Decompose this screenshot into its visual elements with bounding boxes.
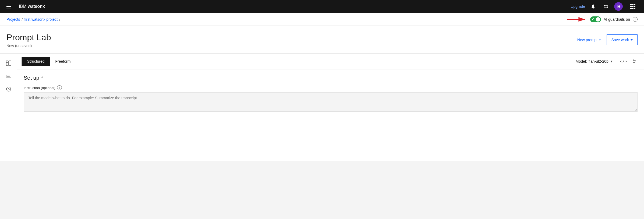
code-view-button[interactable]: </> bbox=[617, 58, 629, 65]
svg-point-11 bbox=[633, 60, 634, 61]
guardrails-toggle[interactable]: ✓ bbox=[590, 16, 601, 22]
collapse-icon[interactable]: ^ bbox=[41, 76, 43, 80]
toggle-check: ✓ bbox=[592, 17, 594, 21]
logo-prefix: IBM bbox=[19, 4, 28, 9]
setup-title: Set up bbox=[24, 75, 39, 81]
svg-point-8 bbox=[9, 76, 10, 77]
setup-section: Set up ^ Instruction (optional) i bbox=[17, 69, 644, 118]
avatar[interactable]: IH bbox=[614, 2, 623, 11]
breadcrumb-sep-1: / bbox=[22, 17, 23, 22]
breadcrumb-bar: Projects / first watsonx project / ✓ AI … bbox=[0, 13, 644, 26]
code-icon: </> bbox=[620, 59, 627, 63]
red-arrow bbox=[566, 16, 588, 23]
guardrails-label: AI guardrails on bbox=[604, 17, 630, 22]
page-subtitle: New (unsaved) bbox=[6, 44, 51, 48]
model-chevron-icon: ▼ bbox=[610, 60, 613, 63]
bell-icon bbox=[590, 4, 596, 9]
page-title: Prompt Lab bbox=[6, 32, 51, 43]
breadcrumb-projects[interactable]: Projects bbox=[6, 17, 20, 22]
tab-freeform[interactable]: Freeform bbox=[50, 57, 76, 66]
save-work-button[interactable]: Save work bbox=[607, 34, 638, 45]
page-header: Prompt Lab New (unsaved) New prompt + Sa… bbox=[0, 26, 644, 54]
svg-point-13 bbox=[635, 62, 636, 63]
instruction-textarea[interactable] bbox=[24, 92, 638, 112]
svg-point-6 bbox=[7, 76, 8, 77]
svg-rect-2 bbox=[6, 61, 8, 66]
apps-button[interactable] bbox=[626, 0, 640, 13]
logo-brand: watsonx bbox=[28, 4, 45, 9]
breadcrumb-sep-2: / bbox=[59, 17, 60, 22]
guardrails-info-icon[interactable]: i bbox=[633, 17, 638, 22]
new-prompt-button[interactable]: New prompt + bbox=[574, 35, 604, 44]
toggle-thumb bbox=[596, 17, 600, 22]
breadcrumb-project-name[interactable]: first watsonx project bbox=[24, 17, 58, 22]
save-work-chevron-icon bbox=[631, 39, 633, 41]
toggle-track[interactable]: ✓ bbox=[590, 16, 601, 22]
app-logo: IBM watsonx bbox=[19, 4, 45, 9]
svg-rect-3 bbox=[9, 61, 11, 66]
page-title-area: Prompt Lab New (unsaved) bbox=[6, 32, 51, 48]
notification-button[interactable] bbox=[588, 2, 598, 11]
new-prompt-label: New prompt bbox=[577, 38, 597, 42]
top-navigation: IBM watsonx Upgrade IH bbox=[0, 0, 644, 13]
sidebar-variables-icon-btn[interactable] bbox=[3, 71, 14, 82]
history-icon bbox=[6, 86, 12, 92]
toolbar-row: Structured Freeform Model: flan-ul2-20b … bbox=[17, 54, 644, 69]
menu-button[interactable] bbox=[4, 1, 13, 12]
panel-icon bbox=[6, 60, 12, 66]
svg-point-7 bbox=[8, 76, 9, 77]
prompt-area: Structured Freeform Model: flan-ul2-20b … bbox=[17, 54, 644, 161]
main-content: Structured Freeform Model: flan-ul2-20b … bbox=[0, 54, 644, 161]
tab-group: Structured Freeform bbox=[22, 57, 76, 66]
setup-header: Set up ^ bbox=[24, 75, 638, 81]
instruction-label: Instruction (optional) i bbox=[24, 85, 638, 90]
new-prompt-plus-icon: + bbox=[599, 37, 601, 42]
sliders-icon bbox=[632, 59, 637, 64]
guardrails-area: ✓ AI guardrails on i bbox=[566, 16, 638, 23]
side-icons bbox=[0, 54, 17, 161]
model-selector[interactable]: Model: flan-ul2-20b ▼ bbox=[576, 59, 613, 63]
transfer-icon bbox=[603, 4, 609, 9]
instruction-info-icon[interactable]: i bbox=[57, 85, 62, 90]
instruction-label-text: Instruction (optional) bbox=[24, 86, 55, 90]
sidebar-structured-icon-btn[interactable] bbox=[3, 58, 14, 69]
variables-icon bbox=[6, 73, 12, 79]
apps-grid-icon bbox=[628, 2, 638, 11]
tab-structured[interactable]: Structured bbox=[22, 57, 50, 66]
model-name: flan-ul2-20b bbox=[589, 59, 608, 63]
settings-button[interactable] bbox=[629, 57, 640, 65]
transfer-button[interactable] bbox=[601, 2, 611, 11]
page-actions: New prompt + Save work bbox=[574, 34, 638, 45]
sidebar-history-icon-btn[interactable] bbox=[3, 84, 14, 94]
model-prefix: Model: bbox=[576, 59, 587, 63]
save-work-label: Save work bbox=[611, 38, 629, 42]
upgrade-link[interactable]: Upgrade bbox=[571, 4, 585, 9]
